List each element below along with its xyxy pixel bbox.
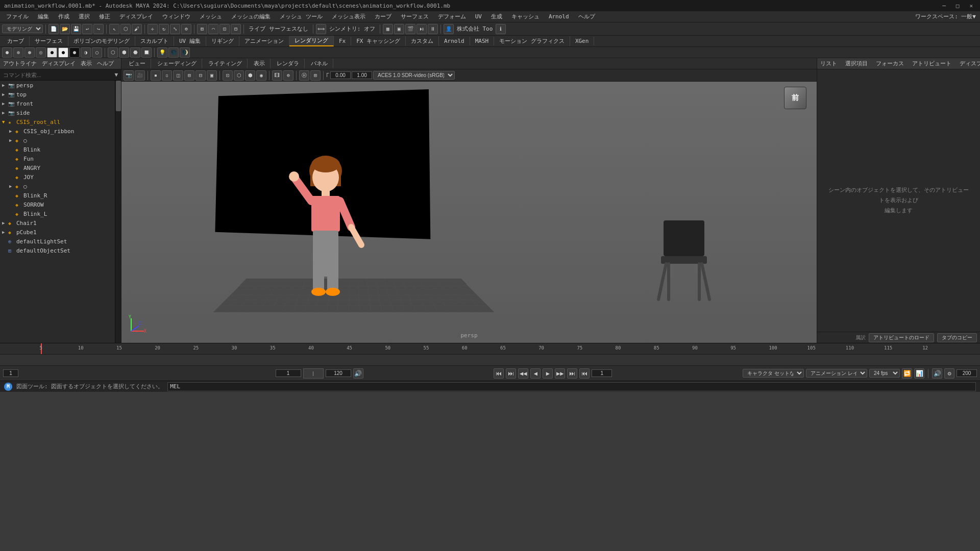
outliner-scrollbar[interactable] <box>115 81 121 343</box>
vp-layout6-icon[interactable]: ▣ <box>207 70 217 81</box>
tab-animation[interactable]: アニメーション <box>239 36 289 46</box>
outliner-search-input[interactable] <box>3 72 114 78</box>
current-frame-left-input[interactable] <box>3 369 18 377</box>
pause-icon[interactable]: ⏸ <box>428 24 438 34</box>
vp-layout1-icon[interactable]: ▪ <box>151 70 161 81</box>
prev-frame-button[interactable]: ◀ <box>530 368 541 379</box>
tree-item-chair[interactable]: ▶ ◆ Chair1 <box>0 218 115 228</box>
go-end-button[interactable]: ⏮ <box>579 368 590 379</box>
menu-create[interactable]: 作成 <box>54 12 74 21</box>
save-file-icon[interactable]: 💾 <box>71 24 81 34</box>
play-forward-button[interactable]: ▶ <box>543 368 553 379</box>
rotate-icon[interactable]: ↻ <box>159 24 169 34</box>
vp-snap2-icon[interactable]: ⬡ <box>234 70 244 81</box>
tree-item-circle1[interactable]: ▶ ◆ ○ <box>0 136 115 145</box>
tab-curve[interactable]: カーブ <box>2 36 30 46</box>
tree-item-blink-l[interactable]: ◆ Blink_L <box>0 209 115 218</box>
menu-file[interactable]: ファイル <box>2 12 33 21</box>
lasso-icon[interactable]: ⬡ <box>120 24 131 34</box>
render-black-icon[interactable]: ● <box>69 47 80 58</box>
timeline-ruler[interactable]: 5 10 15 20 25 30 35 40 45 50 55 60 65 70… <box>0 343 980 355</box>
vp-hud-icon[interactable]: Ⓗ <box>299 70 309 81</box>
vp-tab-display[interactable]: 表示 <box>249 59 271 68</box>
tree-item-joy[interactable]: ◆ JOY <box>0 172 115 182</box>
tree-item-side[interactable]: ▶ 📷 side <box>0 108 115 117</box>
render-outline-icon[interactable]: ○ <box>92 47 102 58</box>
tab-uv[interactable]: UV 編集 <box>174 36 206 46</box>
snap-point-icon[interactable]: ⊡ <box>219 24 230 34</box>
vp-tab-lighting[interactable]: ライティング <box>203 59 248 68</box>
load-attributes-button[interactable]: アトリビュートのロード <box>869 333 934 342</box>
vp-aa-icon[interactable]: ⊕ <box>283 70 293 81</box>
menu-curve[interactable]: カーブ <box>371 12 396 21</box>
tab-custom[interactable]: カスタム <box>406 36 439 46</box>
settings-icon[interactable]: ⚙ <box>944 368 954 379</box>
render2-icon[interactable]: ▣ <box>394 24 404 34</box>
render-sphere-icon[interactable]: ● <box>2 47 12 58</box>
menu-edit[interactable]: 編集 <box>34 12 53 21</box>
tree-item-csis-ribbon[interactable]: ▶ ◆ CSIS_obj_ribbon <box>0 127 115 136</box>
vp-layout2-icon[interactable]: ▫ <box>162 70 172 81</box>
redo-icon[interactable]: ↪ <box>93 24 104 34</box>
vp-tab-renderer[interactable]: レンダラ <box>272 59 305 68</box>
attr-list-menu[interactable]: リスト <box>820 60 837 67</box>
vp-layout3-icon[interactable]: ◫ <box>173 70 183 81</box>
tree-item-default-light-set[interactable]: ⊕ defaultLightSet <box>0 237 115 246</box>
light-icon[interactable]: 💡 <box>157 47 167 58</box>
shadow-icon[interactable]: 🌑 <box>168 47 179 58</box>
end-frame-input[interactable] <box>326 369 351 377</box>
copy-tab-button[interactable]: タブのコピー <box>937 333 977 342</box>
tab-arnold[interactable]: Arnold <box>439 37 470 45</box>
tree-item-front[interactable]: ▶ 📷 front <box>0 99 115 108</box>
start-frame-input[interactable] <box>276 369 301 377</box>
tab-mash[interactable]: MASH <box>470 37 495 45</box>
step-forward-button[interactable]: ⏭ <box>567 368 577 379</box>
vp-color-profile-select[interactable]: ACES 1.0 SDR-video (sRGB) <box>373 71 455 80</box>
menu-help[interactable]: ヘルプ <box>574 12 599 21</box>
tree-item-circle2[interactable]: ▶ ◆ ○ <box>0 182 115 191</box>
go-start-button[interactable]: ⏮ <box>494 368 504 379</box>
render-ball2-icon[interactable]: ● <box>24 47 35 58</box>
frame-rate-select[interactable]: 24 fps <box>869 369 900 378</box>
attr-display-menu[interactable]: ディスプレイ <box>960 60 980 67</box>
view-cube[interactable]: 前 <box>784 87 806 109</box>
search-dropdown-icon[interactable]: ▼ <box>114 71 118 78</box>
tree-item-pcube[interactable]: ▶ ◆ pCube1 <box>0 228 115 237</box>
loop-icon[interactable]: 🔁 <box>902 368 912 379</box>
render1-icon[interactable]: ▦ <box>383 24 393 34</box>
render3-icon[interactable]: 🎬 <box>405 24 415 34</box>
menu-display[interactable]: ディスプレイ <box>115 12 157 21</box>
tree-item-blink[interactable]: ◆ Blink <box>0 145 115 154</box>
scale-icon[interactable]: ⤡ <box>170 24 180 34</box>
render4-icon[interactable]: ⏯ <box>416 24 427 34</box>
vp-camera-icon[interactable]: 📷 <box>124 70 134 81</box>
outliner-scroll-thumb[interactable] <box>116 81 121 111</box>
vp-resolution-icon[interactable]: 🎞 <box>272 70 282 81</box>
mode-selector[interactable]: モデリング <box>2 24 43 33</box>
ao-icon[interactable]: 🌒 <box>180 47 190 58</box>
outliner-help-menu[interactable]: ヘルプ <box>97 60 114 67</box>
maximize-button[interactable]: □ <box>953 3 963 9</box>
tab-surface[interactable]: サーフェス <box>30 36 68 46</box>
vp-xray-icon[interactable]: ⬢ <box>245 70 255 81</box>
tree-item-blink-r[interactable]: ◆ Blink_R <box>0 191 115 200</box>
tab-fx-caching[interactable]: FX キャッシング <box>351 36 406 46</box>
view-cube-front[interactable]: 前 <box>784 87 806 109</box>
menu-cache[interactable]: キャッシュ <box>507 12 544 21</box>
tab-fx[interactable]: Fx <box>334 37 351 45</box>
menu-mesh-edit[interactable]: メッシュの編集 <box>227 12 275 21</box>
outliner-display-menu[interactable]: ディスプレイ <box>42 60 76 67</box>
move-icon[interactable]: ✛ <box>148 24 158 34</box>
tree-item-angry[interactable]: ◆ ANGRY <box>0 163 115 172</box>
step-back-button[interactable]: ⏭ <box>506 368 516 379</box>
next-frame-button[interactable]: ▶▶ <box>555 368 565 379</box>
open-file-icon[interactable]: 📂 <box>60 24 70 34</box>
menu-arnold[interactable]: Arnold <box>545 12 573 21</box>
tree-item-persp[interactable]: ▶ 📷 persp <box>0 81 115 90</box>
menu-window[interactable]: ウィンドウ <box>158 12 194 21</box>
vp-film-icon[interactable]: 🎥 <box>135 70 145 81</box>
tree-item-top[interactable]: ▶ 📷 top <box>0 90 115 99</box>
vp-isolate-icon[interactable]: ◉ <box>256 70 266 81</box>
vp-exposure-input[interactable] <box>352 71 372 79</box>
menu-deform[interactable]: デフォーム <box>434 12 470 21</box>
